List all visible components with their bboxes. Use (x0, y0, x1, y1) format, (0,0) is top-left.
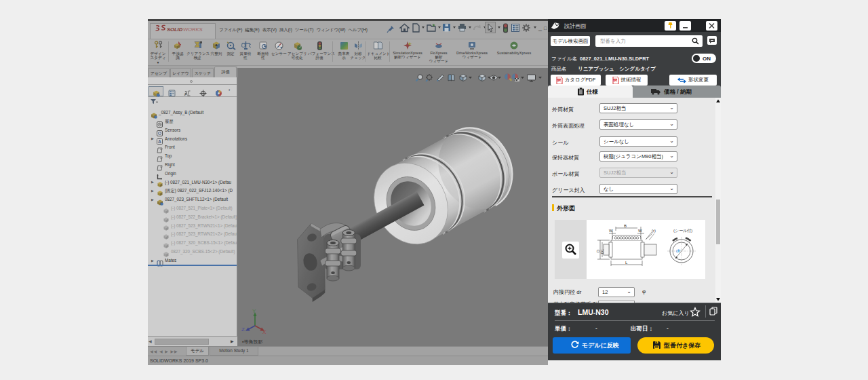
svg-text:W: W (638, 229, 642, 233)
svg-text:(シール付): (シール付) (673, 229, 692, 233)
svg-text:dr: dr (676, 248, 681, 253)
svg-text:(r): (r) (652, 229, 656, 233)
svg-text:PDF: PDF (557, 79, 562, 81)
svg-text:L: L (625, 261, 628, 265)
svg-text:PDF: PDF (613, 79, 618, 81)
svg-text:B: B (624, 224, 627, 228)
svg-text:W: W (609, 229, 613, 233)
svg-text:D1: D1 (600, 249, 604, 254)
